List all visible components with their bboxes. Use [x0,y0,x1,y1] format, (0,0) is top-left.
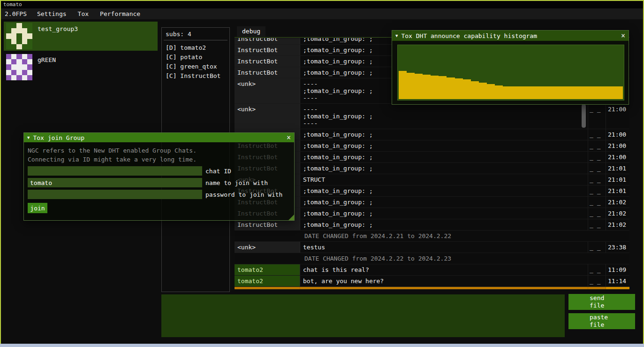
histogram-bar [535,86,543,99]
menu-item-tox[interactable]: Tox [72,8,94,19]
histogram-bar [423,75,431,99]
histogram-bar [583,86,591,99]
time-cell: 21:01 [606,163,629,174]
collapse-icon[interactable]: ▼ [395,33,398,38]
status-cell: _ _ [588,242,606,253]
join-password-label: password to join with [205,191,282,198]
window-title: tomato [3,1,22,8]
histogram-bar [463,79,471,99]
paste-file-button[interactable]: paste file [568,313,635,329]
sender-cell: <unk> [235,104,300,129]
histogram-bar [503,86,511,99]
sender-cell: tomato2 [235,264,300,275]
time-cell: 21:02 [606,197,629,208]
member-item[interactable]: [C] InstructBot [166,71,226,81]
histogram-bar [495,85,503,99]
histogram-bar [511,86,519,99]
join-info-text: NGC refers to the New DHT enabled Group … [28,146,290,155]
resize-grip-icon[interactable] [288,215,294,220]
group-list-item[interactable]: gREEN [4,53,158,82]
sender-cell: InstructBot [235,56,300,67]
status-cell: _ _ [588,276,606,286]
group-list-item[interactable]: test_group3 [4,22,158,51]
time-cell: 21:00 [606,129,629,140]
group-avatar [6,54,32,80]
window-titlebar[interactable]: tomato [1,1,643,8]
join-info-text: Connecting via ID might take a very long… [28,155,290,164]
join-window-titlebar[interactable]: ▼ Tox join Group × [24,133,294,142]
join-window-body: NGC refers to the New DHT enabled Group … [24,142,294,220]
histogram-bar [607,86,615,99]
message-row[interactable]: <unk>---- ;tomato_in_group: ; ----_ _21:… [235,104,629,129]
join-name-input[interactable] [28,178,202,187]
join-button[interactable]: join [28,203,47,213]
collapse-icon[interactable]: ▼ [27,135,30,140]
message-row[interactable]: tomato2bot, are you new here?_ _11:14 [235,276,629,287]
status-cell: _ _ [588,219,606,230]
member-item[interactable]: [C] potato [166,53,226,62]
time-cell: 21:00 [606,152,629,162]
histogram-bar [615,86,623,99]
histogram-bar [527,86,535,99]
status-cell: _ _ [588,163,606,174]
composer-input[interactable] [161,294,565,337]
histogram-bar [567,86,575,99]
tab-debug[interactable]: debug [237,26,265,37]
histogram-title: Tox DHT announce capability histogram [401,32,537,39]
status-cell: _ _ [588,129,606,140]
time-cell: 11:14 [606,276,629,286]
message-row[interactable]: InstructBot;tomato_in_group: ;_ _21:02 [235,219,629,231]
message-row[interactable]: InstructBotNo, I've been in this group f… [235,287,629,289]
member-item[interactable]: [D] tomato2 [166,43,226,53]
chat-id-label: chat ID [205,168,231,175]
message-cell: ;tomato_in_group: ; [300,219,588,230]
status-cell: _ _ [588,264,606,275]
sender-cell: InstructBot [235,67,300,78]
status-cell: _ _ [588,185,606,196]
status-cell: _ _ [588,140,606,151]
message-row[interactable]: tomato2chat is this real?_ _11:09 [235,264,629,276]
message-cell: bot, are you new here? [300,276,588,286]
status-cell: _ _ [588,104,606,129]
join-window-title: Tox join Group [33,134,84,141]
message-cell: ;tomato_in_group: ; [300,129,588,140]
close-icon[interactable]: × [621,32,625,39]
group-avatar [6,23,32,49]
histogram-titlebar[interactable]: ▼ Tox DHT announce capability histogram … [392,31,629,41]
time-cell: 21:02 [606,219,629,230]
bottom-border [0,344,644,347]
close-icon[interactable]: × [287,134,291,141]
histogram-bar [407,73,415,100]
message-cell: chat is this real? [300,264,588,275]
histogram-bar [543,86,551,99]
time-cell: 21:02 [606,208,629,219]
status-cell: _ _ [588,174,606,185]
time-cell: 21:00 [606,104,629,129]
chat-scrollbar[interactable] [582,104,586,128]
subs-separator [164,40,227,40]
histogram-bar [519,86,527,99]
message-cell: STRUCT [300,174,588,185]
sender-cell: InstructBot [235,38,300,44]
histogram-bar [479,83,487,99]
histogram-bar [431,76,439,99]
sender-cell: tomato2 [235,276,300,286]
member-item[interactable]: [C] green_qtox [166,62,226,71]
status-cell: _ _ [588,197,606,208]
histogram-bar [399,71,407,99]
join-password-input[interactable] [28,190,202,199]
group-name: gREEN [38,56,56,63]
chat-id-input[interactable] [28,166,202,176]
sender-cell: InstructBot [235,287,300,289]
histogram-bar [551,86,559,99]
status-cell: d [588,287,606,289]
menu-item-settings[interactable]: Settings [31,8,72,19]
message-row[interactable]: <unk>testus_ _23:38 [235,242,629,253]
histogram-bar [471,81,479,99]
join-group-window: ▼ Tox join Group × NGC refers to the New… [23,132,295,221]
sender-cell: <unk> [235,242,300,253]
menu-item-performance[interactable]: Performance [94,8,146,19]
message-cell: ;tomato_in_group: ; [300,208,588,219]
date-row: DATE CHANGED from 2024.2.22 to 2024.2.23 [235,253,629,264]
send-file-button[interactable]: send file [568,294,635,310]
